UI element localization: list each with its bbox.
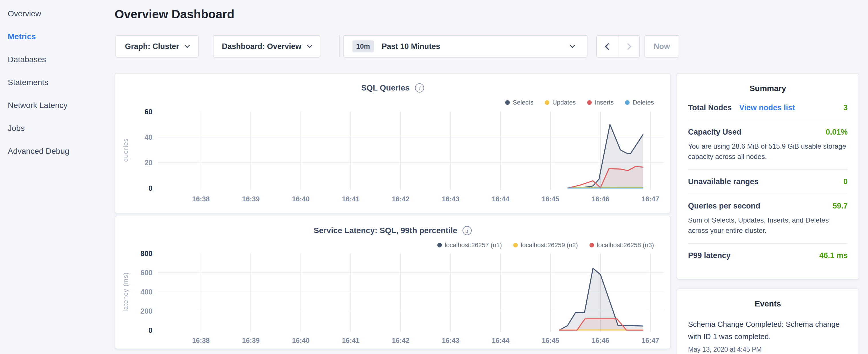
legend-label: Selects [513, 99, 533, 106]
svg-text:60: 60 [145, 108, 152, 116]
chart-legend: Selects Updates Inserts Deletes [505, 99, 654, 106]
summary-label: Queries per second [688, 202, 760, 211]
svg-text:queries: queries [122, 138, 129, 162]
events-panel: Events Schema Change Completed: Schema c… [677, 288, 859, 354]
dashboard-dropdown[interactable]: Dashboard: Overview [213, 35, 320, 58]
legend-dot [587, 100, 592, 105]
svg-text:40: 40 [145, 133, 152, 141]
legend-item-deletes[interactable]: Deletes [625, 99, 654, 106]
summary-row-p99-latency: P99 latency 46.1 ms [688, 244, 848, 267]
summary-desc: You are using 28.6 MiB of 515.9 GiB usab… [688, 141, 848, 162]
chart-legend: localhost:26257 (n1) localhost:26259 (n2… [437, 242, 654, 249]
info-icon[interactable]: i [415, 83, 424, 93]
sidebar-item-metrics[interactable]: Metrics [0, 25, 115, 48]
summary-panel: Summary Total Nodes View nodes list 3 Ca… [677, 73, 859, 280]
event-timestamp: May 13, 2020 at 4:45 PM [688, 346, 848, 353]
view-nodes-list-link[interactable]: View nodes list [739, 103, 795, 112]
legend-dot [437, 243, 442, 248]
svg-text:16:38: 16:38 [192, 195, 210, 203]
svg-text:16:45: 16:45 [541, 195, 559, 203]
graph-dropdown[interactable]: Graph: Cluster [116, 35, 198, 58]
legend-item-inserts[interactable]: Inserts [587, 99, 614, 106]
summary-row-queries-per-second: Queries per second 59.7 Sum of Selects, … [688, 194, 848, 244]
summary-label: P99 latency [688, 251, 731, 260]
svg-text:16:43: 16:43 [442, 195, 459, 203]
sidebar: Overview Metrics Databases Statements Ne… [0, 0, 115, 163]
sidebar-item-advanced-debug[interactable]: Advanced Debug [0, 140, 115, 163]
svg-text:0: 0 [149, 184, 152, 192]
controls-divider [339, 35, 340, 58]
svg-text:16:41: 16:41 [342, 195, 359, 203]
svg-text:16:47: 16:47 [642, 336, 659, 344]
svg-text:16:39: 16:39 [242, 336, 260, 344]
time-range-badge: 10m [352, 40, 374, 53]
svg-text:16:41: 16:41 [342, 336, 359, 344]
dashboard-dropdown-label: Dashboard: Overview [222, 42, 302, 51]
svg-text:0: 0 [149, 326, 152, 334]
sidebar-item-databases[interactable]: Databases [0, 48, 115, 71]
summary-value: 59.7 [833, 202, 848, 211]
summary-desc: Sum of Selects, Updates, Inserts, and De… [688, 215, 848, 236]
svg-text:16:43: 16:43 [442, 336, 459, 344]
svg-text:latency (ms): latency (ms) [122, 272, 129, 312]
sidebar-item-statements[interactable]: Statements [0, 71, 115, 94]
summary-value: 0.01% [826, 128, 848, 137]
svg-text:16:46: 16:46 [592, 195, 609, 203]
svg-text:16:39: 16:39 [242, 195, 260, 203]
summary-value: 0 [843, 177, 848, 186]
summary-row-capacity-used: Capacity Used 0.01% You are using 28.6 M… [688, 120, 848, 170]
legend-dot [513, 243, 518, 248]
sidebar-item-network-latency[interactable]: Network Latency [0, 94, 115, 117]
events-title: Events [688, 299, 848, 309]
legend-dot [505, 100, 510, 105]
legend-label: localhost:26258 (n3) [597, 242, 654, 249]
summary-label: Capacity Used [688, 128, 741, 137]
legend-label: localhost:26257 (n1) [445, 242, 502, 249]
svg-text:16:40: 16:40 [292, 336, 309, 344]
legend-item-updates[interactable]: Updates [545, 99, 576, 106]
legend-dot [545, 100, 549, 105]
legend-item-n2[interactable]: localhost:26259 (n2) [513, 242, 578, 249]
sidebar-item-overview[interactable]: Overview [0, 2, 115, 25]
legend-item-selects[interactable]: Selects [505, 99, 533, 106]
chevron-left-icon [604, 43, 612, 50]
summary-row-unavailable-ranges: Unavailable ranges 0 [688, 170, 848, 194]
legend-item-n1[interactable]: localhost:26257 (n1) [437, 242, 502, 249]
event-item[interactable]: Schema Change Completed: Schema change w… [688, 318, 848, 343]
svg-text:16:42: 16:42 [392, 195, 409, 203]
chevron-down-icon [185, 43, 190, 48]
svg-text:800: 800 [141, 250, 152, 257]
summary-title: Summary [688, 84, 848, 93]
svg-text:16:42: 16:42 [392, 336, 409, 344]
sidebar-item-jobs[interactable]: Jobs [0, 117, 115, 140]
svg-text:400: 400 [141, 288, 152, 296]
svg-text:16:44: 16:44 [492, 195, 509, 203]
sql-queries-chart-panel: 16:3816:3916:4016:4116:4216:4316:4416:45… [115, 73, 671, 213]
svg-text:200: 200 [141, 307, 152, 315]
summary-row-total-nodes: Total Nodes View nodes list 3 [688, 96, 848, 120]
summary-label: Unavailable ranges [688, 177, 758, 186]
legend-item-n3[interactable]: localhost:26258 (n3) [589, 242, 654, 249]
time-step-buttons [596, 35, 640, 58]
summary-value: 3 [843, 103, 848, 112]
time-back-button[interactable] [597, 36, 618, 57]
legend-dot [625, 100, 629, 105]
chevron-down-icon [307, 43, 312, 48]
legend-dot [589, 243, 594, 248]
now-button[interactable]: Now [645, 35, 679, 58]
time-forward-button[interactable] [618, 36, 639, 57]
chart-title: Service Latency: SQL, 99th percentile [313, 226, 457, 235]
svg-text:600: 600 [141, 269, 152, 277]
page-title: Overview Dashboard [115, 7, 235, 21]
summary-label: Total Nodes [688, 103, 732, 112]
info-icon[interactable]: i [463, 226, 472, 235]
legend-label: Inserts [595, 99, 614, 106]
time-range-dropdown[interactable]: 10m Past 10 Minutes [343, 35, 587, 58]
chevron-down-icon [570, 43, 575, 48]
svg-text:16:38: 16:38 [192, 336, 210, 344]
service-latency-chart: 16:3816:3916:4016:4116:4216:4316:4416:45… [115, 216, 670, 349]
svg-text:20: 20 [145, 159, 152, 167]
time-range-label: Past 10 Minutes [382, 42, 440, 51]
svg-text:16:47: 16:47 [642, 195, 659, 203]
service-latency-chart-panel: 16:3816:3916:4016:4116:4216:4316:4416:45… [115, 216, 671, 349]
